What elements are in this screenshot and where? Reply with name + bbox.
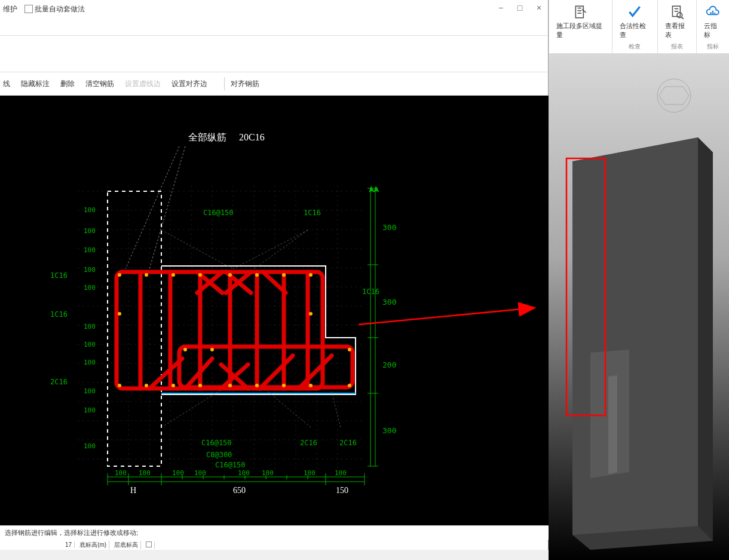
check-icon (626, 4, 643, 20)
svg-text:100: 100 (84, 387, 96, 395)
svg-text:300: 300 (382, 426, 396, 435)
svg-line-27 (125, 146, 179, 269)
svg-text:100: 100 (84, 246, 96, 254)
svg-point-64 (228, 273, 232, 277)
svg-line-28 (149, 146, 185, 269)
close-button[interactable]: × (533, 3, 545, 13)
svg-point-143 (677, 13, 682, 18)
svg-point-74 (348, 384, 351, 387)
cad-canvas[interactable]: 全部纵筋 20C16 (0, 96, 549, 529)
svg-line-54 (299, 356, 332, 388)
right-panel: 施工段多区域提量 合法性检查 检查 查看报表 (549, 0, 729, 560)
svg-text:100: 100 (84, 359, 96, 366)
delete-tool[interactable]: 删除 (60, 79, 75, 89)
svg-text:100: 100 (115, 469, 127, 477)
cloud-chart-icon (705, 4, 721, 20)
svg-line-29 (161, 230, 233, 269)
svg-text:C16@150: C16@150 (203, 209, 234, 217)
building-icon (572, 4, 589, 20)
svg-point-61 (171, 384, 175, 387)
svg-point-57 (118, 384, 121, 387)
svg-point-75 (183, 348, 187, 351)
editor-window: 维护 批量自动套做法 − □ × 线 隐藏标注 删除 清空钢筋 设置虚线边 设置… (0, 0, 549, 550)
checkbox[interactable] (146, 541, 152, 547)
maintain-button[interactable]: 维护 (3, 4, 17, 14)
svg-text:1C16: 1C16 (304, 209, 321, 217)
svg-text:650: 650 (233, 486, 246, 495)
ribbon: 施工段多区域提量 合法性检查 检查 查看报表 (549, 0, 729, 54)
svg-marker-153 (608, 375, 617, 474)
window-controls: − □ × (495, 3, 545, 13)
svg-text:100: 100 (172, 469, 184, 477)
svg-point-56 (118, 312, 121, 316)
svg-text:100: 100 (194, 469, 206, 477)
svg-text:100: 100 (84, 266, 96, 274)
line-tool[interactable]: 线 (3, 79, 10, 89)
svg-point-55 (118, 273, 121, 277)
3d-viewport[interactable] (549, 54, 729, 560)
batch-icon (24, 5, 33, 13)
svg-point-58 (145, 273, 148, 277)
svg-point-76 (210, 348, 214, 351)
title-label: 全部纵筋 (188, 132, 226, 142)
toolbar-divider (224, 77, 225, 90)
maximize-button[interactable]: □ (514, 3, 526, 13)
svg-text:100: 100 (84, 341, 96, 348)
svg-text:100: 100 (84, 227, 96, 235)
set-align-tool[interactable]: 设置对齐边 (171, 79, 207, 89)
svg-line-34 (332, 391, 341, 427)
svg-text:100: 100 (84, 406, 96, 414)
svg-point-60 (171, 273, 175, 277)
svg-text:C8@300: C8@300 (206, 451, 232, 459)
batch-auto-button[interactable]: 批量自动套做法 (24, 4, 85, 14)
svg-text:1C16: 1C16 (50, 271, 68, 280)
svg-text:100: 100 (139, 469, 151, 477)
svg-text:150: 150 (336, 486, 348, 495)
svg-point-73 (348, 348, 351, 351)
secondary-toolbar: 线 隐藏标注 删除 清空钢筋 设置虚线边 设置对齐边 对齐钢筋 (0, 72, 548, 96)
cloud-indicator-button[interactable]: 云指标 (702, 2, 724, 41)
minimize-button[interactable]: − (495, 3, 507, 13)
svg-point-67 (255, 384, 259, 387)
svg-point-148 (657, 79, 691, 112)
svg-point-62 (198, 273, 202, 277)
svg-point-70 (309, 273, 313, 277)
svg-line-144 (681, 17, 683, 19)
svg-line-53 (260, 356, 293, 388)
svg-text:2C16: 2C16 (50, 378, 68, 386)
bottom-row: 17 底标高(m) 层底标高 (63, 540, 155, 550)
svg-text:100: 100 (84, 323, 96, 331)
svg-text:300: 300 (382, 298, 396, 307)
svg-text:100: 100 (84, 206, 96, 214)
svg-point-63 (198, 384, 202, 387)
svg-text:200: 200 (382, 360, 396, 369)
svg-text:2C16: 2C16 (300, 439, 317, 447)
svg-text:100: 100 (84, 442, 96, 450)
svg-text:100: 100 (304, 469, 316, 477)
svg-point-68 (282, 273, 286, 277)
svg-text:100: 100 (84, 284, 96, 292)
svg-point-66 (255, 273, 259, 277)
clear-rebar-tool[interactable]: 清空钢筋 (85, 79, 114, 89)
svg-point-65 (228, 384, 232, 387)
svg-marker-151 (698, 137, 713, 541)
align-rebar-tool[interactable]: 对齐钢筋 (231, 79, 259, 89)
validity-check-button[interactable]: 合法性检查 (617, 2, 653, 41)
svg-point-72 (309, 384, 313, 387)
svg-point-59 (145, 384, 148, 387)
title-value: 20C16 (239, 132, 265, 142)
svg-text:2C16: 2C16 (339, 439, 357, 447)
svg-point-69 (282, 384, 286, 387)
view-report-button[interactable]: 查看报表 (663, 2, 691, 41)
svg-text:100: 100 (238, 469, 250, 477)
multi-region-button[interactable]: 施工段多区域提量 (554, 2, 607, 41)
svg-text:C16@150: C16@150 (201, 439, 232, 447)
svg-text:100: 100 (335, 469, 347, 477)
hide-annotation-tool[interactable]: 隐藏标注 (21, 79, 50, 89)
report-icon (669, 4, 685, 20)
svg-line-31 (254, 230, 308, 269)
svg-text:H: H (130, 486, 136, 495)
svg-line-30 (233, 230, 308, 269)
svg-text:300: 300 (382, 223, 396, 232)
top-bar: 维护 批量自动套做法 − □ × (0, 0, 548, 36)
